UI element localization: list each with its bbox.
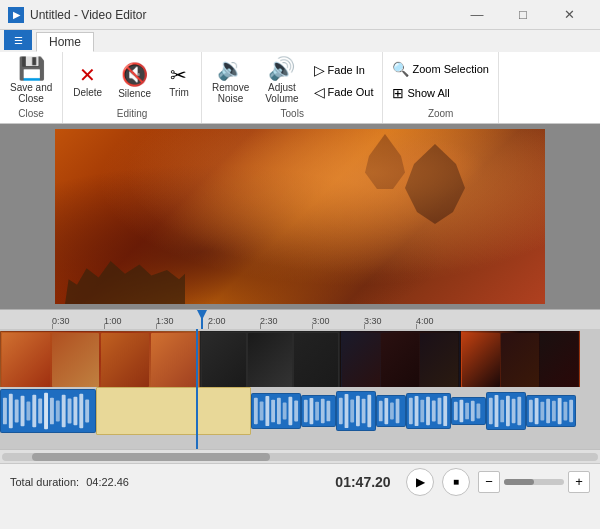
- svg-rect-58: [540, 402, 544, 421]
- svg-rect-61: [558, 398, 562, 424]
- close-group-label: Close: [4, 108, 58, 121]
- show-all-icon: ⊞: [392, 85, 404, 101]
- total-duration-label: Total duration: 04:22.46: [10, 476, 320, 488]
- audio-segment-5[interactable]: [376, 395, 406, 427]
- tab-home[interactable]: Home: [36, 32, 94, 52]
- play-icon: ▶: [416, 475, 425, 489]
- scrollbar-thumb[interactable]: [32, 453, 270, 461]
- waveform-7: [452, 398, 485, 424]
- svg-rect-5: [32, 395, 36, 427]
- minimize-button[interactable]: —: [454, 0, 500, 30]
- svg-rect-60: [552, 401, 556, 422]
- audio-segment-1[interactable]: [0, 389, 96, 433]
- svg-rect-8: [50, 398, 54, 425]
- fade-in-button[interactable]: ▷ Fade In: [309, 59, 379, 81]
- play-button[interactable]: ▶: [406, 468, 434, 496]
- svg-rect-41: [426, 397, 430, 425]
- stop-button[interactable]: ■: [442, 468, 470, 496]
- svg-rect-11: [68, 399, 72, 424]
- ruler-mark-200: 2:00: [208, 314, 226, 326]
- audio-segment-9[interactable]: [526, 395, 576, 427]
- remove-noise-button[interactable]: 🔉 RemoveNoise: [206, 55, 255, 107]
- svg-rect-18: [271, 400, 275, 423]
- svg-rect-57: [535, 398, 539, 424]
- ribbon-tabs: ☰ Home: [0, 30, 600, 52]
- svg-rect-19: [277, 398, 281, 424]
- scrollbar-track[interactable]: [2, 453, 598, 461]
- timeline-area[interactable]: [0, 329, 600, 449]
- waveform-4: [337, 392, 375, 430]
- timeline-scrollbar[interactable]: [0, 449, 600, 463]
- svg-rect-32: [362, 399, 366, 424]
- svg-rect-37: [396, 399, 400, 423]
- audio-segment-6[interactable]: [406, 393, 451, 429]
- fade-in-icon: ▷: [314, 62, 325, 78]
- svg-rect-27: [327, 401, 331, 422]
- video-segment-2[interactable]: [200, 331, 340, 387]
- close-button[interactable]: ✕: [546, 0, 592, 30]
- svg-rect-40: [420, 400, 424, 423]
- svg-rect-13: [79, 394, 83, 428]
- window-title: Untitled - Video Editor: [30, 8, 454, 22]
- silence-button[interactable]: 🔇 Silence: [112, 55, 157, 107]
- volume-fill: [504, 479, 534, 485]
- volume-slider[interactable]: [504, 479, 564, 485]
- menu-button[interactable]: ☰: [4, 30, 32, 50]
- svg-rect-50: [489, 398, 493, 425]
- svg-rect-38: [409, 398, 413, 424]
- video-track[interactable]: [0, 329, 600, 387]
- zoom-group-label: Zoom: [387, 108, 493, 121]
- ribbon-group-close: 💾 Save andClose Close: [0, 52, 63, 123]
- audio-segment-2[interactable]: [251, 393, 301, 429]
- save-close-button[interactable]: 💾 Save andClose: [4, 55, 58, 107]
- svg-rect-25: [315, 402, 319, 421]
- svg-rect-6: [38, 399, 42, 424]
- timeline-ruler[interactable]: 0:30 1:00 1:30 2:00 2:30 3:00 3:30 4:00: [0, 309, 600, 329]
- adjust-volume-icon: 🔊: [268, 58, 295, 80]
- waveform-8: [487, 393, 525, 429]
- svg-rect-21: [288, 397, 292, 425]
- audio-segment-4[interactable]: [336, 391, 376, 431]
- waveform-5: [377, 396, 405, 426]
- zoom-selection-icon: 🔍: [392, 61, 409, 77]
- trim-button[interactable]: ✂ Trim: [161, 55, 197, 107]
- audio-track[interactable]: [0, 387, 600, 437]
- show-all-button[interactable]: ⊞ Show All: [387, 82, 493, 104]
- ribbon-group-editing: ✕ Delete 🔇 Silence ✂ Trim Editing: [63, 52, 202, 123]
- video-segment-3[interactable]: [340, 331, 460, 387]
- menu-icon: ☰: [14, 35, 23, 46]
- svg-rect-17: [265, 396, 269, 426]
- svg-rect-49: [477, 404, 481, 419]
- svg-rect-52: [500, 400, 504, 423]
- svg-rect-51: [495, 395, 499, 427]
- video-segment-1[interactable]: [0, 331, 200, 387]
- app-icon: ▶: [8, 7, 24, 23]
- ruler-mark-100: 1:00: [104, 314, 122, 326]
- svg-rect-26: [321, 399, 325, 423]
- adjust-volume-button[interactable]: 🔊 AdjustVolume: [259, 55, 304, 107]
- audio-segment-3[interactable]: [301, 395, 336, 427]
- tools-group-label: Tools: [206, 108, 378, 121]
- audio-segment-8[interactable]: [486, 392, 526, 430]
- current-time-display: 01:47.20: [328, 474, 398, 490]
- fade-out-icon: ◁: [314, 84, 325, 100]
- volume-minus-button[interactable]: −: [478, 471, 500, 493]
- waveform-2: [252, 394, 300, 428]
- playhead-marker[interactable]: [196, 310, 208, 329]
- svg-rect-48: [471, 401, 475, 421]
- video-segment-4[interactable]: [460, 331, 580, 387]
- zoom-selection-button[interactable]: 🔍 Zoom Selection: [387, 58, 493, 80]
- svg-rect-0: [3, 398, 7, 425]
- svg-rect-42: [432, 401, 436, 422]
- audio-segment-7[interactable]: [451, 397, 486, 425]
- volume-plus-button[interactable]: +: [568, 471, 590, 493]
- video-preview: [0, 124, 600, 309]
- maximize-button[interactable]: □: [500, 0, 546, 30]
- stop-icon: ■: [453, 476, 459, 487]
- svg-rect-34: [379, 401, 383, 422]
- audio-selected-region[interactable]: [96, 387, 251, 435]
- fade-out-button[interactable]: ◁ Fade Out: [309, 81, 379, 103]
- delete-button[interactable]: ✕ Delete: [67, 55, 108, 107]
- svg-rect-23: [304, 400, 308, 423]
- svg-rect-44: [443, 396, 447, 426]
